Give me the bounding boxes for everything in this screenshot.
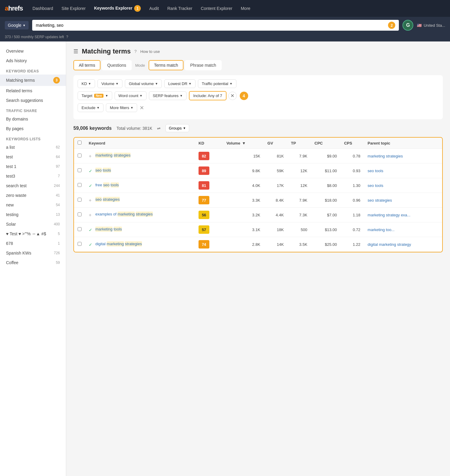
nav-content-explorer[interactable]: Content Explorer <box>197 4 236 13</box>
include-close-button[interactable]: ✕ <box>228 92 237 100</box>
keyword-link[interactable]: seo tools <box>95 168 111 172</box>
tp-cell: 12K <box>287 178 311 193</box>
parent-topic-link[interactable]: marketing strategy exa... <box>368 213 410 217</box>
filter-serp-features[interactable]: SERP features ▼ <box>149 91 187 100</box>
sidebar-item-matching-terms[interactable]: Matching terms 3 <box>0 75 66 86</box>
results-bar: 59,006 keywords Total volume: 381K ⇌ Gro… <box>73 124 443 132</box>
col-tp[interactable]: TP <box>287 138 311 149</box>
sidebar-item-related-terms[interactable]: Related terms <box>0 86 66 96</box>
parent-topic-cell: seo tools <box>364 163 442 178</box>
keyword-link[interactable]: digital marketing strategies <box>95 242 142 246</box>
plus-icon[interactable]: + <box>89 198 91 203</box>
search-engine-select[interactable]: Google ▼ <box>5 21 29 29</box>
nav-rank-tracker[interactable]: Rank Tracker <box>164 4 196 13</box>
row-checkbox[interactable] <box>78 242 82 246</box>
cps-cell: 1.18 <box>341 208 364 222</box>
clear-filters-button[interactable]: ✕ <box>140 105 144 111</box>
kd-badge: 81 <box>199 181 209 190</box>
main-layout: Overview Ads history Keyword ideas Match… <box>0 41 450 476</box>
parent-topic-link[interactable]: seo tools <box>368 169 383 173</box>
row-checkbox[interactable] <box>78 168 82 172</box>
kd-cell: 81 <box>195 178 223 193</box>
filter-volume[interactable]: Volume ▼ <box>97 79 122 88</box>
sidebar-list-item[interactable]: Spanish KWs726 <box>0 248 66 258</box>
filter-word-count[interactable]: Word count ▼ <box>115 91 146 100</box>
parent-topic-link[interactable]: marketing strategies <box>368 154 403 158</box>
filter-row-2: Target New ▼ Word count ▼ SERP features … <box>78 91 439 100</box>
groups-button[interactable]: Groups ▼ <box>165 124 189 132</box>
filter-target[interactable]: Target New ▼ <box>78 91 112 100</box>
tune-icon: ⇌ <box>157 126 161 131</box>
avatar-button[interactable]: G <box>402 20 413 31</box>
row-checkbox[interactable] <box>78 227 82 231</box>
row-checkbox[interactable] <box>78 198 82 202</box>
filter-exclude[interactable]: Exclude ▼ <box>78 103 103 112</box>
section-traffic-share: Traffic share <box>0 105 66 114</box>
row-checkbox[interactable] <box>78 154 82 157</box>
select-all-checkbox[interactable] <box>78 141 82 145</box>
sidebar-item-by-pages[interactable]: By pages <box>0 124 66 133</box>
keyword-link[interactable]: seo strategies <box>95 197 120 202</box>
sidebar-list-item[interactable]: ♥ Test ♥ >'"% ↔▲ #$5 <box>0 229 66 239</box>
plus-icon[interactable]: + <box>89 212 91 218</box>
sidebar-list-item[interactable]: testing13 <box>0 210 66 219</box>
col-cps[interactable]: CPS <box>341 138 364 149</box>
filter-kd[interactable]: KD ▼ <box>78 79 95 88</box>
how-to-use-link[interactable]: How to use <box>140 49 160 54</box>
sidebar-list-item[interactable]: Solar400 <box>0 219 66 229</box>
nav-audit[interactable]: Audit <box>146 4 162 13</box>
sidebar-list-item[interactable]: search test244 <box>0 181 66 191</box>
step4-badge: 4 <box>240 92 248 100</box>
sidebar-list-item[interactable]: test64 <box>0 152 66 162</box>
col-gv[interactable]: GV <box>264 138 287 149</box>
kd-cell: 74 <box>195 237 223 252</box>
cpc-cell: $7.00 <box>311 208 341 222</box>
filter-include[interactable]: Include: Any of 7 <box>189 91 226 100</box>
tab-all-terms[interactable]: All terms <box>73 60 100 70</box>
sidebar-list-item[interactable]: test 197 <box>0 162 66 171</box>
nav-more[interactable]: More <box>237 4 254 13</box>
keyword-link[interactable]: examples of marketing strategies <box>95 212 153 216</box>
tab-terms-match[interactable]: Terms match <box>149 60 183 70</box>
cps-cell: 0.72 <box>341 222 364 237</box>
sidebar-item-by-domains[interactable]: By domains <box>0 114 66 124</box>
filter-global-volume[interactable]: Global volume ▼ <box>125 79 162 88</box>
parent-topic-link[interactable]: seo strategies <box>368 198 392 203</box>
row-checkbox[interactable] <box>78 183 82 187</box>
sidebar-list-item[interactable]: new54 <box>0 200 66 210</box>
tab-questions[interactable]: Questions <box>102 60 131 70</box>
nav-site-explorer[interactable]: Site Explorer <box>58 4 89 13</box>
sidebar-list-item[interactable]: zero waste41 <box>0 191 66 200</box>
col-cpc[interactable]: CPC <box>311 138 341 149</box>
filter-lowest-dr[interactable]: Lowest DR ▼ <box>164 79 195 88</box>
sidebar-list-item[interactable]: Coffee59 <box>0 258 66 267</box>
tab-phrase-match[interactable]: Phrase match <box>185 60 221 70</box>
nav-keywords-explorer[interactable]: Keywords Explorer 1 <box>91 3 145 14</box>
search-input[interactable] <box>36 23 386 28</box>
menu-icon[interactable]: ☰ <box>73 48 78 55</box>
sidebar-item-overview[interactable]: Overview <box>0 46 66 56</box>
filter-more-filters[interactable]: More filters ▼ <box>106 103 137 112</box>
parent-topic-link[interactable]: marketing too... <box>368 227 395 232</box>
filter-traffic-potential[interactable]: Traffic potential ▼ <box>198 79 236 88</box>
plus-icon[interactable]: + <box>89 154 91 159</box>
col-kd[interactable]: KD <box>195 138 223 149</box>
table-row: ✓ free seo tools 81 4.0K 17K 12K $8.00 1… <box>74 178 442 193</box>
keyword-link[interactable]: marketing tools <box>95 227 122 231</box>
sidebar-list-item[interactable]: a list62 <box>0 142 66 152</box>
keyword-link[interactable]: marketing strategies <box>95 153 131 157</box>
region-selector[interactable]: 🇺🇸 United Sta... <box>417 23 445 28</box>
parent-topic-link[interactable]: digital marketing strategy <box>368 242 411 247</box>
col-volume[interactable]: Volume ▼ <box>223 138 264 149</box>
parent-topic-link[interactable]: seo tools <box>368 183 383 188</box>
row-checkbox[interactable] <box>78 212 82 216</box>
sidebar-list-item[interactable]: 6781 <box>0 239 66 248</box>
keyword-link[interactable]: free seo tools <box>95 183 119 187</box>
logo[interactable]: ahrefs <box>5 5 23 12</box>
kd-cell: 82 <box>195 149 223 163</box>
sidebar-list-item[interactable]: test37 <box>0 171 66 181</box>
nav-dashboard[interactable]: Dashboard <box>29 4 57 13</box>
col-parent-topic: Parent topic <box>364 138 442 149</box>
sidebar-item-ads-history[interactable]: Ads history <box>0 56 66 66</box>
sidebar-item-search-suggestions[interactable]: Search suggestions <box>0 96 66 105</box>
